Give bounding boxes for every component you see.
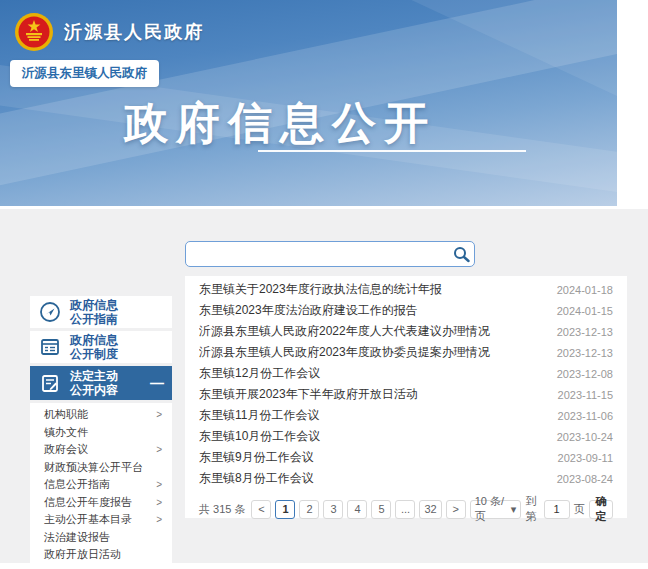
- clipboard-icon: [39, 372, 61, 394]
- chevron-right-icon: >: [156, 479, 162, 490]
- news-title-link[interactable]: 东里镇8月份工作会议: [199, 470, 547, 487]
- news-date: 2023-10-24: [557, 431, 613, 443]
- list-item[interactable]: 沂源县东里镇人民政府2022年度人大代表建议办理情况2023-12-13: [199, 321, 613, 342]
- news-date: 2023-12-13: [557, 347, 613, 359]
- news-date: 2023-09-11: [558, 452, 613, 464]
- news-list: 东里镇关于2023年度行政执法信息的统计年报2024-01-18东里镇2023年…: [199, 279, 613, 489]
- news-title-link[interactable]: 东里镇9月份工作会议: [199, 449, 548, 466]
- page-number-button[interactable]: 1: [275, 500, 295, 519]
- sidebar-item-label: 政府信息: [70, 298, 118, 312]
- page-size-select[interactable]: 10 条/页 ▾: [470, 500, 522, 519]
- news-date: 2023-12-13: [557, 326, 613, 338]
- news-title-link[interactable]: 沂源县东里镇人民政府2022年度人大代表建议办理情况: [199, 323, 547, 340]
- goto-label: 到第: [525, 494, 539, 524]
- town-site-badge[interactable]: 沂源县东里镇人民政府: [10, 60, 159, 87]
- search-icon: [453, 246, 470, 263]
- sidebar-submenu-item[interactable]: 财政预决算公开平台: [30, 459, 172, 477]
- collapse-indicator[interactable]: —: [150, 375, 166, 391]
- news-date: 2024-01-18: [557, 284, 613, 296]
- news-title-link[interactable]: 东里镇关于2023年度行政执法信息的统计年报: [199, 281, 547, 298]
- news-date: 2023-11-06: [558, 410, 613, 422]
- page-title: 政府信息公开: [0, 94, 560, 153]
- sidebar-item-disclosure-system[interactable]: 政府信息 公开制度: [30, 331, 172, 363]
- news-title-link[interactable]: 东里镇11月份工作会议: [199, 407, 548, 424]
- site-title: 沂源县人民政府: [64, 20, 204, 44]
- next-page-button[interactable]: >: [446, 500, 466, 519]
- list-item[interactable]: 东里镇12月份工作会议2023-12-08: [199, 363, 613, 384]
- news-title-link[interactable]: 东里镇10月份工作会议: [199, 428, 547, 445]
- goto-unit: 页: [574, 502, 585, 517]
- page-size-value: 10 条/页: [475, 494, 508, 524]
- list-item[interactable]: 东里镇关于2023年度行政执法信息的统计年报2024-01-18: [199, 279, 613, 300]
- submenu-item-label: 政府开放日活动: [44, 547, 121, 562]
- page-number-list: 12345...32: [275, 500, 441, 519]
- page-ellipsis-button[interactable]: ...: [395, 500, 415, 519]
- prev-page-button[interactable]: <: [251, 500, 271, 519]
- news-date: 2023-12-08: [557, 368, 613, 380]
- news-panel: 东里镇关于2023年度行政执法信息的统计年报2024-01-18东里镇2023年…: [185, 276, 627, 518]
- sidebar-item-label: 公开制度: [70, 347, 118, 361]
- page-number-button[interactable]: 32: [419, 500, 441, 519]
- sidebar-submenu: 机构职能>镇办文件政府会议>财政预决算公开平台信息公开指南>信息公开年度报告>主…: [30, 403, 172, 569]
- page-number-button[interactable]: 5: [371, 500, 391, 519]
- submenu-item-label: 主动公开基本目录: [44, 512, 132, 527]
- news-title-link[interactable]: 沂源县东里镇人民政府2023年度政协委员提案办理情况: [199, 344, 547, 361]
- list-item[interactable]: 东里镇2023年度法治政府建设工作的报告2024-01-15: [199, 300, 613, 321]
- submenu-item-label: 财政预决算公开平台: [44, 460, 143, 475]
- sidebar-submenu-item[interactable]: 政府开放日活动: [30, 546, 172, 564]
- sidebar-submenu-item[interactable]: 信息公开年度报告>: [30, 494, 172, 512]
- list-item[interactable]: 东里镇8月份工作会议2023-08-24: [199, 468, 613, 489]
- news-title-link[interactable]: 东里镇12月份工作会议: [199, 365, 547, 382]
- chevron-right-icon: >: [156, 409, 162, 420]
- sidebar-submenu-item[interactable]: 法治建设报告: [30, 529, 172, 547]
- sidebar-submenu-item[interactable]: 机构职能>: [30, 406, 172, 424]
- sidebar-item-label: 公开内容: [70, 383, 118, 397]
- submenu-item-label: 信息公开指南: [44, 477, 110, 492]
- sidebar-item-disclosure-guide[interactable]: 政府信息 公开指南: [30, 296, 172, 328]
- sidebar-item-label: 政府信息: [70, 333, 118, 347]
- page-number-button[interactable]: 3: [323, 500, 343, 519]
- submenu-item-label: 政府会议: [44, 442, 88, 457]
- goto-page-input[interactable]: [544, 500, 570, 519]
- goto-confirm-button[interactable]: 确定: [589, 500, 613, 519]
- sidebar-nav: 政府信息 公开指南 政府信息 公开制度: [30, 296, 172, 569]
- submenu-item-label: 机构职能: [44, 407, 88, 422]
- page-number-button[interactable]: 4: [347, 500, 367, 519]
- list-item[interactable]: 东里镇10月份工作会议2023-10-24: [199, 426, 613, 447]
- site-logo-row: 沂源县人民政府: [14, 12, 204, 52]
- sidebar-item-label: 公开指南: [70, 312, 118, 326]
- submenu-item-label: 法治建设报告: [44, 530, 110, 545]
- submenu-item-label: 镇办文件: [44, 425, 88, 440]
- main-content-area: 政府信息 公开指南 政府信息 公开制度: [0, 209, 648, 563]
- list-item[interactable]: 东里镇11月份工作会议2023-11-06: [199, 405, 613, 426]
- sidebar-submenu-item[interactable]: 主动公开基本目录>: [30, 511, 172, 529]
- sidebar-item-statutory-disclosure[interactable]: 法定主动 公开内容 —: [30, 366, 172, 400]
- news-title-link[interactable]: 东里镇2023年度法治政府建设工作的报告: [199, 302, 547, 319]
- news-title-link[interactable]: 东里镇开展2023年下半年政府开放日活动: [199, 386, 548, 403]
- sidebar-submenu-item[interactable]: 政府会议>: [30, 441, 172, 459]
- search-input[interactable]: [186, 245, 448, 263]
- sidebar-submenu-item[interactable]: 镇办文件: [30, 424, 172, 442]
- submenu-item-label: 信息公开年度报告: [44, 495, 132, 510]
- chevron-right-icon: >: [156, 514, 162, 525]
- news-date: 2023-08-24: [557, 473, 613, 485]
- news-date: 2023-11-15: [558, 389, 613, 401]
- list-item[interactable]: 东里镇9月份工作会议2023-09-11: [199, 447, 613, 468]
- list-item[interactable]: 东里镇开展2023年下半年政府开放日活动2023-11-15: [199, 384, 613, 405]
- search-button[interactable]: [448, 243, 474, 265]
- search-bar: [185, 241, 475, 267]
- sidebar-submenu-item[interactable]: 信息公开指南>: [30, 476, 172, 494]
- title-underline: [258, 150, 526, 152]
- chevron-right-icon: >: [156, 444, 162, 455]
- header-banner: 沂源县人民政府 沂源县东里镇人民政府 政府信息公开: [0, 0, 617, 206]
- chevron-down-icon: ▾: [511, 503, 517, 516]
- goto-page-group: 到第 页 确定: [525, 494, 613, 524]
- pagination-total: 共 315 条: [199, 502, 245, 517]
- national-emblem-icon: [14, 12, 54, 52]
- page-number-button[interactable]: 2: [299, 500, 319, 519]
- pagination: 共 315 条 < 12345...32 > 10 条/页 ▾ 到第 页 确定: [199, 494, 613, 524]
- list-item[interactable]: 沂源县东里镇人民政府2023年度政协委员提案办理情况2023-12-13: [199, 342, 613, 363]
- document-icon: [39, 336, 61, 358]
- compass-icon: [39, 301, 61, 323]
- sidebar-item-label: 法定主动: [70, 369, 118, 383]
